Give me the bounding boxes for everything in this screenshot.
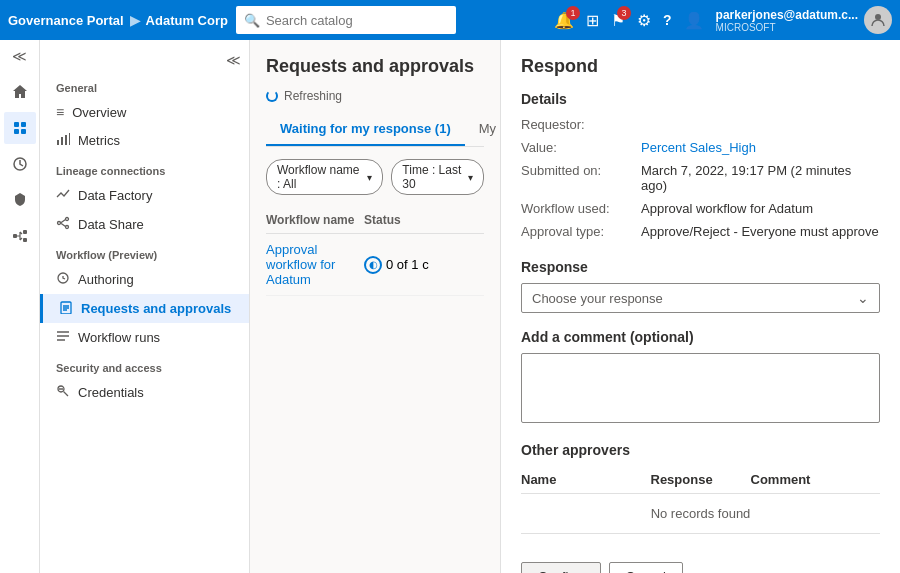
sidebar-item-label: Data Share <box>78 217 144 232</box>
approvers-title: Other approvers <box>521 442 880 458</box>
svg-point-0 <box>875 14 881 20</box>
detail-label-approval-type: Approval type: <box>521 224 641 239</box>
alert-icon[interactable]: ⚑ 3 <box>611 11 625 30</box>
filter-workflow-name[interactable]: Workflow name : All ▾ <box>266 159 383 195</box>
iconbar-insights[interactable] <box>4 148 36 180</box>
filter-workflow-chevron: ▾ <box>367 172 372 183</box>
details-title: Details <box>521 91 880 107</box>
col-workflow-name: Workflow name <box>266 213 364 227</box>
main-layout: ≪ ≪ General ≡ Overview Metri <box>0 40 900 573</box>
dropdown-chevron-icon: ⌄ <box>857 290 869 306</box>
sidebar-item-data-share[interactable]: Data Share <box>40 210 249 239</box>
person-icon[interactable]: 👤 <box>684 11 704 30</box>
detail-label-submitted: Submitted on: <box>521 163 641 178</box>
alert-badge: 3 <box>617 6 631 20</box>
sidebar-item-label: Credentials <box>78 385 144 400</box>
refreshing-label: Refreshing <box>284 89 342 103</box>
sidebar-item-workflow-runs[interactable]: Workflow runs <box>40 323 249 352</box>
svg-rect-12 <box>69 133 70 145</box>
apps-icon[interactable]: ⊞ <box>586 11 599 30</box>
sidebar-item-label: Data Factory <box>78 188 152 203</box>
page-title: Requests and approvals <box>266 56 484 77</box>
avatar[interactable] <box>864 6 892 34</box>
response-dropdown[interactable]: Choose your response ⌄ <box>521 283 880 313</box>
detail-row-submitted: Submitted on: March 7, 2022, 19:17 PM (2… <box>521 163 880 193</box>
search-bar[interactable]: 🔍 <box>236 6 456 34</box>
col-approver-comment: Comment <box>751 472 881 487</box>
detail-row-workflow-used: Workflow used: Approval workflow for Ada… <box>521 201 880 216</box>
iconbar-workflow[interactable] <box>4 220 36 252</box>
sidebar: ≪ General ≡ Overview Metrics Lineage con… <box>40 40 250 573</box>
notification-icon[interactable]: 🔔 1 <box>554 11 574 30</box>
sidebar-item-label: Metrics <box>78 133 120 148</box>
svg-rect-4 <box>21 129 26 134</box>
action-bar: Confirm Cancel <box>521 554 880 573</box>
status-value: 0 of 1 c <box>386 257 429 272</box>
sidebar-item-label: Requests and approvals <box>81 301 231 316</box>
details-section: Details Requestor: Value: Percent Sales_… <box>521 91 880 239</box>
left-panel: Requests and approvals Refreshing Waitin… <box>250 40 500 573</box>
help-icon[interactable]: ? <box>663 12 672 28</box>
svg-point-13 <box>66 218 69 221</box>
detail-row-approval-type: Approval type: Approve/Reject - Everyone… <box>521 224 880 239</box>
svg-rect-11 <box>65 135 67 145</box>
sidebar-item-credentials[interactable]: Credentials <box>40 378 249 407</box>
filter-time[interactable]: Time : Last 30 ▾ <box>391 159 484 195</box>
sidebar-item-requests-approvals[interactable]: Requests and approvals <box>40 294 249 323</box>
response-placeholder: Choose your response <box>532 291 663 306</box>
confirm-button[interactable]: Confirm <box>521 562 601 573</box>
data-share-icon <box>56 216 70 233</box>
overview-icon: ≡ <box>56 104 64 120</box>
sidebar-item-label: Workflow runs <box>78 330 160 345</box>
requests-icon <box>59 300 73 317</box>
iconbar-governance[interactable] <box>4 184 36 216</box>
iconbar-catalog[interactable] <box>4 112 36 144</box>
sidebar-item-label: Authoring <box>78 272 134 287</box>
tab-waiting[interactable]: Waiting for my response (1) <box>266 113 465 146</box>
user-info: parkerjones@adatum.c... MICROSOFT <box>716 6 892 34</box>
tab-pending[interactable]: My pending <box>465 113 500 146</box>
svg-rect-10 <box>61 137 63 145</box>
comment-textarea[interactable] <box>521 353 880 423</box>
svg-rect-9 <box>57 140 59 145</box>
table-header: Workflow name Status <box>266 207 484 234</box>
comment-label: Add a comment (optional) <box>521 329 880 345</box>
nav-separator: ▶ <box>130 13 140 28</box>
sidebar-item-label: Overview <box>72 105 126 120</box>
svg-rect-1 <box>14 122 19 127</box>
settings-icon[interactable]: ⚙ <box>637 11 651 30</box>
sidebar-item-metrics[interactable]: Metrics <box>40 126 249 155</box>
iconbar-home[interactable] <box>4 76 36 108</box>
collapse-button[interactable]: ≪ <box>12 48 27 64</box>
sidebar-item-data-factory[interactable]: Data Factory <box>40 181 249 210</box>
table-row: Approval workflow for Adatum ◐ 0 of 1 c <box>266 234 484 296</box>
section-label-workflow: Workflow (Preview) <box>40 239 249 265</box>
detail-label-value: Value: <box>521 140 641 155</box>
no-records-label: No records found <box>521 494 880 534</box>
svg-rect-2 <box>21 122 26 127</box>
tabs-bar: Waiting for my response (1) My pending <box>266 113 484 147</box>
svg-point-15 <box>66 226 69 229</box>
portal-name: Governance Portal <box>8 13 124 28</box>
detail-label-requestor: Requestor: <box>521 117 641 132</box>
svg-rect-7 <box>23 230 27 234</box>
respond-panel: Respond Details Requestor: Value: Percen… <box>500 40 900 573</box>
workflow-link[interactable]: Approval workflow for Adatum <box>266 242 364 287</box>
filter-time-label: Time : Last 30 <box>402 163 464 191</box>
comment-section: Add a comment (optional) <box>521 329 880 426</box>
svg-rect-8 <box>23 238 27 242</box>
sidebar-item-authoring[interactable]: Authoring <box>40 265 249 294</box>
sidebar-item-overview[interactable]: ≡ Overview <box>40 98 249 126</box>
detail-value-value[interactable]: Percent Sales_High <box>641 140 880 155</box>
detail-label-workflow-used: Workflow used: <box>521 201 641 216</box>
search-input[interactable] <box>266 13 448 28</box>
main-content: Requests and approvals Refreshing Waitin… <box>250 40 900 573</box>
page-area: Requests and approvals Refreshing Waitin… <box>250 40 900 573</box>
cancel-button[interactable]: Cancel <box>609 562 683 573</box>
top-navigation: Governance Portal ▶ Adatum Corp 🔍 🔔 1 ⊞ … <box>0 0 900 40</box>
response-section: Response Choose your response ⌄ <box>521 259 880 313</box>
sidebar-collapse-button[interactable]: ≪ <box>226 52 241 68</box>
svg-rect-3 <box>14 129 19 134</box>
notification-badge: 1 <box>566 6 580 20</box>
metrics-icon <box>56 132 70 149</box>
